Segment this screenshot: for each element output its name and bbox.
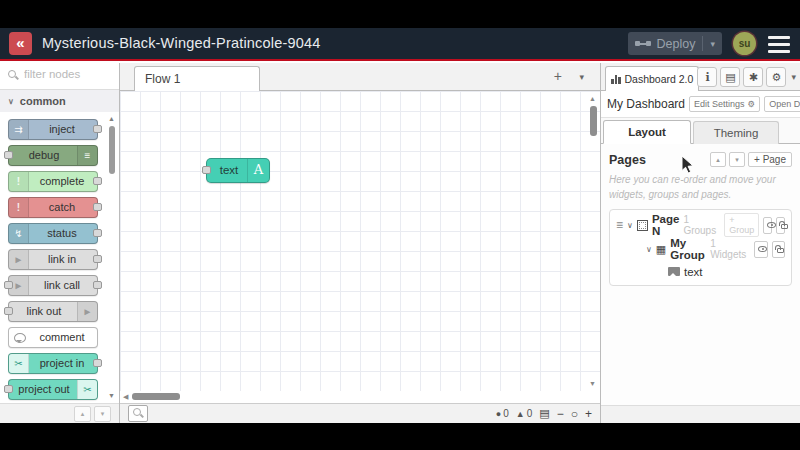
palette-node-link-call[interactable]: ► link call: [8, 275, 98, 296]
unlock-icon: [777, 248, 784, 253]
deploy-button[interactable]: Deploy ▾: [628, 32, 722, 55]
output-port: [93, 125, 102, 133]
right-sidebar: Dashboard 2.0 i ▤ ✱ ⚙ ▾ My Dashboard Edi…: [600, 63, 800, 423]
tab-config-button[interactable]: ⚙: [766, 67, 786, 87]
palette-node-project-out[interactable]: ✂ project out: [8, 379, 98, 400]
tab-layout[interactable]: Layout: [603, 120, 691, 144]
palette-node-project-in[interactable]: ✂ project in: [8, 353, 98, 374]
drag-handle-icon[interactable]: ≡: [616, 218, 623, 232]
group-visibility-button[interactable]: [754, 241, 767, 258]
move-page-up-button[interactable]: ▴: [710, 152, 726, 167]
palette-node-debug[interactable]: ≡ debug: [8, 145, 98, 166]
palette-node-complete[interactable]: ! complete: [8, 171, 98, 192]
canvas-search-button[interactable]: [128, 405, 148, 422]
flow-node-text[interactable]: text A: [206, 158, 270, 183]
add-page-button[interactable]: + Page: [748, 152, 792, 167]
main-menu-button[interactable]: [768, 36, 790, 53]
widget-name: text: [684, 266, 703, 278]
flow-tabbar: Flow 1 + ▾: [120, 63, 600, 91]
chevron-down-icon[interactable]: ∨: [646, 245, 652, 254]
tab-dashboard-2[interactable]: Dashboard 2.0: [605, 66, 699, 91]
layout-panel: Pages ▴ ▾ + Page Here you can re-order a…: [601, 144, 800, 405]
zoom-in-button[interactable]: +: [585, 408, 592, 420]
sidebar-tabs-caret-icon[interactable]: ▾: [791, 72, 796, 82]
tree-row-group[interactable]: ∨ ▦ My Group 1 Widgets: [610, 237, 791, 261]
zoom-out-button[interactable]: −: [557, 408, 564, 420]
warning-icon: ▲: [516, 409, 525, 419]
palette-node-link-in[interactable]: ► link in: [8, 249, 98, 270]
open-dashboard-button[interactable]: Open Dashboard ↗: [764, 96, 800, 112]
chevron-down-icon: ∨: [8, 97, 14, 106]
warning-counter[interactable]: ▲ 0: [516, 408, 532, 419]
add-group-button[interactable]: + Group: [724, 213, 759, 237]
error-icon: ●: [496, 409, 501, 419]
catch-icon: !: [9, 198, 29, 217]
divider: [702, 36, 703, 51]
node-label: link out: [9, 302, 79, 321]
main-area: ∨ common ⇉ inject ≡ debug ! complete: [0, 63, 800, 423]
edit-settings-label: Edit Settings: [694, 99, 745, 109]
palette-scroll-up-icon[interactable]: ▲: [108, 115, 115, 122]
node-label: project out: [9, 380, 79, 399]
palette-node-link-out[interactable]: ► link out: [8, 301, 98, 322]
palette-search: [0, 63, 119, 90]
page-visibility-button[interactable]: [763, 217, 772, 234]
canvas-vscrollbar-thumb[interactable]: [590, 106, 597, 136]
output-port: [93, 203, 102, 211]
palette-scroll-down-icon[interactable]: ▼: [108, 392, 115, 399]
node-palette: ∨ common ⇉ inject ≡ debug ! complete: [0, 63, 120, 423]
node-label: status: [27, 224, 97, 243]
unlock-icon: [781, 224, 788, 229]
edit-settings-button[interactable]: Edit Settings ⚙: [689, 96, 760, 112]
input-port[interactable]: [202, 166, 211, 174]
tree-row-page[interactable]: ≡ ∨ Page N 1 Groups + Group: [610, 213, 791, 237]
tab-flow-1[interactable]: Flow 1: [134, 66, 260, 91]
page-groups-badge: 1 Groups: [683, 214, 716, 236]
navigator-toggle-button[interactable]: ▤: [539, 407, 549, 420]
workspace-title: Mysterious-Black-Winged-Pratincole-9044: [42, 35, 321, 51]
tab-theming[interactable]: Theming: [693, 121, 779, 144]
group-lock-button[interactable]: [772, 241, 785, 258]
canvas-scroll-down-icon[interactable]: ▼: [589, 380, 596, 387]
palette-node-inject[interactable]: ⇉ inject: [8, 119, 98, 140]
node-label: project in: [27, 354, 97, 373]
palette-node-comment[interactable]: comment: [8, 327, 98, 348]
error-counter[interactable]: ● 0: [496, 408, 509, 419]
palette-scrollbar-thumb[interactable]: [109, 126, 115, 174]
tree-row-widget[interactable]: text: [610, 261, 791, 282]
input-port: [4, 307, 13, 315]
move-page-down-button[interactable]: ▾: [729, 152, 745, 167]
zoom-reset-button[interactable]: ○: [571, 408, 578, 420]
search-icon: [133, 408, 141, 416]
tab-help-button[interactable]: ▤: [720, 67, 740, 87]
flow-canvas[interactable]: text A: [120, 91, 600, 391]
palette-node-status[interactable]: ↯ status: [8, 223, 98, 244]
node-label: complete: [27, 172, 97, 191]
palette-category-common[interactable]: ∨ common: [0, 90, 119, 113]
deploy-caret-icon[interactable]: ▾: [710, 39, 715, 49]
output-port: [93, 255, 102, 263]
expand-categories-button[interactable]: ▾: [94, 406, 111, 422]
chevron-down-icon[interactable]: ∨: [627, 221, 633, 230]
canvas-scroll-up-icon[interactable]: ▲: [589, 95, 596, 102]
user-avatar[interactable]: su: [733, 32, 756, 55]
complete-icon: !: [9, 172, 29, 191]
page-lock-button[interactable]: [776, 217, 785, 234]
filter-nodes-input[interactable]: [22, 67, 114, 81]
node-label: link in: [27, 250, 97, 269]
dashboard-toolbar: My Dashboard Edit Settings ⚙ Open Dashbo…: [601, 91, 800, 118]
category-label: common: [20, 95, 66, 107]
collapse-categories-button[interactable]: ▴: [74, 406, 91, 422]
eye-icon: [758, 246, 767, 252]
palette-node-catch[interactable]: ! catch: [8, 197, 98, 218]
canvas-footer: ● 0 ▲ 0 ▤ − ○ +: [120, 403, 600, 423]
add-flow-button[interactable]: +: [554, 69, 562, 83]
canvas-scroll-left-icon[interactable]: ◀: [123, 393, 128, 401]
gear-icon: ⚙: [748, 99, 756, 109]
flow-list-caret-icon[interactable]: ▾: [579, 72, 584, 82]
canvas-hscrollbar-thumb[interactable]: [132, 393, 180, 400]
tab-info-button[interactable]: i: [697, 67, 717, 87]
tab-debug-button[interactable]: ✱: [743, 67, 763, 87]
output-port: [93, 229, 102, 237]
canvas-hscrollbar[interactable]: ◀: [120, 391, 586, 403]
